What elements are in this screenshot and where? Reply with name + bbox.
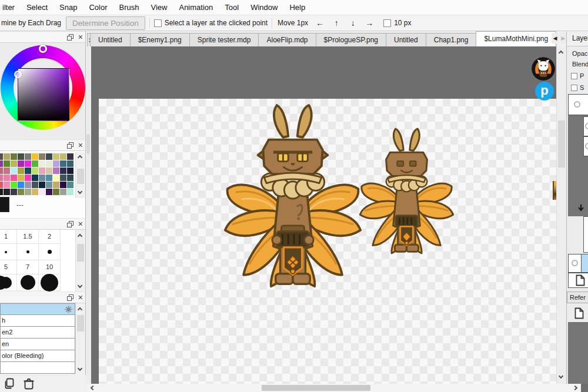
palette-swatch[interactable] bbox=[25, 189, 31, 195]
determine-position-button[interactable]: Determine Position bbox=[66, 16, 145, 30]
palette-swatch[interactable] bbox=[18, 167, 24, 174]
palette-swatch[interactable] bbox=[4, 167, 10, 174]
new-reference-icon[interactable] bbox=[574, 307, 584, 319]
current-color-swatch[interactable] bbox=[0, 197, 9, 212]
scroll-up-icon[interactable] bbox=[78, 307, 82, 312]
layer-visibility-icon[interactable] bbox=[585, 143, 588, 149]
move-right-button[interactable]: → bbox=[361, 18, 377, 28]
palette-swatch[interactable] bbox=[11, 153, 17, 160]
close-panel-icon[interactable]: × bbox=[78, 141, 83, 149]
palette-swatch[interactable] bbox=[53, 153, 59, 160]
palette-swatch[interactable] bbox=[4, 182, 10, 188]
palette-swatch[interactable] bbox=[67, 189, 74, 195]
palette-swatch[interactable] bbox=[0, 153, 3, 160]
tab--prologuesp-png[interactable]: $PrologueSP.png bbox=[316, 33, 387, 46]
scroll-down-icon[interactable] bbox=[78, 189, 82, 194]
brush-list-item-olorbleeding[interactable]: olor (Bleeding) bbox=[0, 350, 75, 362]
tab-chap1-png[interactable]: Chap1.png bbox=[426, 33, 477, 46]
ten-px-checkbox[interactable] bbox=[383, 19, 391, 27]
close-panel-icon[interactable]: × bbox=[78, 220, 83, 228]
scroll-down-icon[interactable] bbox=[559, 374, 563, 378]
brush-list-item-en[interactable]: en bbox=[0, 339, 75, 350]
brush-size-7[interactable]: 7 bbox=[17, 260, 39, 274]
palette-swatch[interactable] bbox=[53, 160, 59, 167]
scroll-up-icon[interactable] bbox=[559, 51, 563, 55]
palette-swatch[interactable] bbox=[18, 182, 24, 188]
brush-size-preview[interactable] bbox=[0, 244, 17, 260]
palette-swatch[interactable] bbox=[53, 167, 59, 174]
palette-swatch[interactable] bbox=[39, 167, 45, 174]
palette-swatch[interactable] bbox=[32, 182, 38, 188]
s-checkbox[interactable] bbox=[571, 85, 577, 91]
palette-swatch[interactable] bbox=[67, 160, 74, 167]
brush-size-1[interactable]: 1 bbox=[0, 230, 17, 244]
brush-list-item-h[interactable]: h bbox=[0, 315, 75, 327]
brush-list-item[interactable] bbox=[0, 362, 75, 374]
canvas-vertical-scrollbar[interactable] bbox=[556, 46, 566, 384]
menu-item-select[interactable]: Select bbox=[21, 3, 54, 12]
move-down-button[interactable]: ↓ bbox=[345, 18, 361, 28]
menu-item-tool[interactable]: Tool bbox=[219, 3, 245, 12]
palette-swatch[interactable] bbox=[25, 175, 31, 181]
palette-swatch[interactable] bbox=[39, 175, 45, 181]
scrollbar-thumb[interactable] bbox=[77, 315, 84, 331]
palette-scrollbar[interactable] bbox=[75, 152, 85, 198]
tab-sprite-tester-mdp[interactable]: Sprite tester.mdp bbox=[189, 33, 259, 46]
scroll-down-icon[interactable] bbox=[78, 283, 82, 288]
palette-swatch[interactable] bbox=[0, 189, 3, 195]
saturation-value-square[interactable] bbox=[18, 68, 69, 121]
tab-aloeflip-mdp[interactable]: AloeFlip.mdp bbox=[258, 33, 316, 46]
menu-item-brush[interactable]: Brush bbox=[113, 3, 145, 12]
close-panel-icon[interactable]: × bbox=[78, 293, 83, 301]
palette-swatch[interactable] bbox=[18, 175, 24, 181]
brush-size-preview[interactable] bbox=[39, 244, 61, 260]
palette-swatch[interactable] bbox=[39, 160, 45, 167]
palette-swatch[interactable] bbox=[4, 175, 10, 181]
float-panel-icon[interactable] bbox=[67, 294, 74, 301]
layer-visibility-icon[interactable] bbox=[572, 260, 578, 266]
palette-swatch[interactable] bbox=[60, 153, 66, 160]
palette-swatch[interactable] bbox=[46, 182, 52, 188]
canvas-horizontal-scrollbar[interactable] bbox=[87, 384, 581, 392]
brush-size-preview[interactable] bbox=[39, 274, 61, 291]
palette-swatch[interactable] bbox=[4, 189, 10, 195]
palette-swatch[interactable] bbox=[60, 189, 66, 195]
brush-list-item[interactable] bbox=[0, 303, 75, 315]
protect-alpha-checkbox[interactable] bbox=[571, 73, 577, 79]
palette-swatch[interactable] bbox=[53, 182, 59, 188]
palette-swatch[interactable] bbox=[46, 160, 52, 167]
brush-size-10[interactable]: 10 bbox=[39, 260, 61, 274]
menu-item-ilter[interactable]: ilter bbox=[0, 3, 21, 12]
palette-swatch[interactable] bbox=[11, 167, 17, 174]
new-layer-icon[interactable] bbox=[576, 274, 585, 286]
palette-swatch[interactable] bbox=[32, 167, 38, 174]
scroll-right-icon[interactable] bbox=[573, 386, 577, 390]
palette-swatch[interactable] bbox=[32, 160, 38, 167]
palette-swatch[interactable] bbox=[46, 175, 52, 181]
palette-swatch[interactable] bbox=[46, 189, 52, 195]
menu-item-view[interactable]: View bbox=[145, 3, 173, 12]
menu-item-help[interactable]: Help bbox=[283, 3, 311, 12]
palette-swatch[interactable] bbox=[67, 175, 74, 181]
tab-scroll-left-icon[interactable]: ◀ bbox=[552, 33, 559, 43]
tab--enemy1-png[interactable]: $Enemy1.png bbox=[130, 33, 190, 46]
delete-brush-icon[interactable] bbox=[23, 377, 35, 390]
splitter-handle[interactable] bbox=[86, 134, 90, 154]
palette-swatch[interactable] bbox=[60, 182, 66, 188]
brush-size-scrollbar[interactable] bbox=[75, 230, 85, 292]
float-panel-icon[interactable] bbox=[67, 34, 74, 41]
menu-item-color[interactable]: Color bbox=[83, 3, 113, 12]
palette-swatch[interactable] bbox=[0, 167, 3, 174]
palette-swatch[interactable] bbox=[11, 182, 17, 188]
tab--lumamothmini-png[interactable]: $LumaMothMini.png bbox=[476, 31, 556, 46]
palette-swatch[interactable] bbox=[25, 167, 31, 174]
pixiv-icon[interactable]: p bbox=[535, 82, 554, 100]
layer-visibility-icon[interactable] bbox=[574, 101, 580, 108]
palette-swatch[interactable] bbox=[53, 175, 59, 181]
palette-swatch[interactable] bbox=[25, 153, 31, 160]
layer-row[interactable] bbox=[568, 94, 588, 115]
palette-swatch[interactable] bbox=[0, 182, 3, 188]
palette-swatch[interactable] bbox=[60, 167, 66, 174]
user-avatar[interactable] bbox=[532, 57, 555, 81]
tab-untitled[interactable]: Untitled bbox=[90, 33, 131, 46]
